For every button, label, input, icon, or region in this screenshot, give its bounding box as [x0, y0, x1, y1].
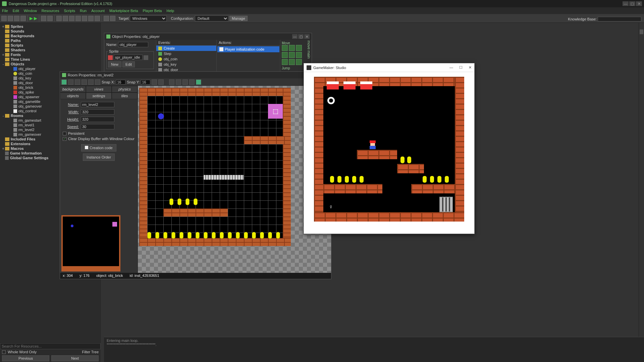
sprite-select[interactable]	[114, 55, 143, 60]
coin-instance[interactable]	[252, 232, 256, 239]
stop-icon[interactable]	[41, 16, 46, 21]
shift-left-icon[interactable]	[88, 79, 94, 85]
coin-instance[interactable]	[228, 232, 232, 239]
coin-instance[interactable]	[187, 232, 192, 239]
menu-marketplace[interactable]: Marketplace Beta	[109, 9, 138, 13]
zoom-in-icon[interactable]	[182, 79, 188, 85]
coin-instance[interactable]	[155, 232, 159, 239]
coin-instance[interactable]	[276, 232, 280, 239]
event-step[interactable]: Step	[156, 51, 216, 56]
grid-icon[interactable]	[152, 79, 157, 85]
zoom-out-icon[interactable]	[169, 79, 174, 85]
tab-views[interactable]: views	[86, 86, 112, 93]
coin-instance[interactable]	[163, 232, 167, 239]
brick-row[interactable]	[139, 238, 291, 246]
creation-code-button[interactable]: Creation code	[81, 144, 116, 152]
menu-window[interactable]: Window	[24, 9, 37, 13]
create-room-icon[interactable]	[95, 16, 100, 21]
coin-instance[interactable]	[212, 232, 216, 239]
menu-help[interactable]: Help	[166, 9, 174, 13]
coin-instance[interactable]	[177, 198, 181, 205]
tree-folder-paths[interactable]: Paths	[1, 38, 100, 43]
menu-scripts[interactable]: Scripts	[64, 9, 75, 13]
player-spawn[interactable]	[158, 113, 164, 119]
cleardisplay-checkbox[interactable]: ✓	[63, 137, 66, 141]
export-icon[interactable]	[20, 16, 26, 21]
obj-close-icon[interactable]: ✕	[304, 34, 310, 39]
tree-folder-fonts[interactable]: +Fonts	[1, 52, 100, 57]
create-background-icon[interactable]	[69, 16, 74, 21]
minimize-icon[interactable]: —	[623, 1, 629, 6]
sprite-browse-icon[interactable]	[144, 55, 148, 60]
instance-order-button[interactable]: Instance Order	[83, 154, 115, 161]
action-move-stop-icon[interactable]	[289, 52, 295, 58]
run-icon[interactable]: ▶	[30, 16, 33, 21]
room-height-input[interactable]	[81, 117, 114, 122]
coin-instance[interactable]	[171, 232, 175, 239]
brick-platform[interactable]	[244, 136, 291, 144]
clean-icon[interactable]	[47, 16, 53, 21]
tab-objects[interactable]: objects	[60, 93, 86, 99]
menu-account[interactable]: Account	[91, 9, 105, 13]
coin-instance[interactable]	[204, 232, 208, 239]
previous-button[interactable]: Previous	[2, 355, 49, 361]
tab-move[interactable]: move	[307, 41, 311, 50]
coin-instance[interactable]	[268, 232, 272, 239]
door-instance[interactable]: ⬚	[268, 104, 283, 119]
redo-icon[interactable]	[75, 79, 80, 85]
create-sprite-icon[interactable]	[56, 16, 62, 21]
run-close-icon[interactable]: ✕	[469, 65, 472, 70]
tree-item-obj_player[interactable]: obj_player	[1, 66, 100, 71]
compile-output-panel[interactable]: Entering main loop. ********************…	[104, 337, 644, 362]
action-move-ne-icon[interactable]	[296, 45, 302, 51]
new-icon[interactable]	[82, 79, 87, 85]
maximize-icon[interactable]: ▢	[629, 1, 635, 6]
confirm-icon[interactable]	[61, 79, 67, 85]
tree-folder-backgrounds[interactable]: Backgrounds	[1, 34, 100, 38]
coin-instance[interactable]	[169, 198, 173, 205]
settings-icon[interactable]	[104, 16, 109, 21]
close-icon[interactable]: ✕	[636, 1, 642, 6]
target-select[interactable]: Windows	[130, 15, 167, 21]
tab-main[interactable]: main	[307, 51, 311, 59]
zoom-reset-icon[interactable]	[176, 79, 181, 85]
obj-maximize-icon[interactable]: ▢	[298, 34, 304, 39]
obj-name-input[interactable]	[118, 42, 148, 47]
create-object-icon[interactable]	[88, 16, 94, 21]
persistent-checkbox[interactable]	[63, 132, 66, 135]
create-script-icon[interactable]	[82, 16, 87, 21]
sprite-edit-button[interactable]: Edit	[122, 61, 135, 67]
config-select[interactable]: Default	[195, 15, 228, 21]
view-icon[interactable]	[189, 79, 195, 85]
run-minimize-icon[interactable]: —	[449, 65, 453, 70]
room-editor-canvas[interactable]: ⬚	[138, 86, 331, 273]
coin-instance[interactable]	[244, 232, 248, 239]
tree-folder-scripts[interactable]: Scripts	[1, 43, 100, 48]
tab-physics[interactable]: physics	[112, 86, 138, 93]
tree-folder-shaders[interactable]: Shaders	[1, 48, 100, 52]
coin-instance[interactable]	[260, 232, 264, 239]
tree-folder-time-lines[interactable]: Time Lines	[1, 57, 100, 62]
scroll-thumb[interactable]	[640, 29, 643, 34]
create-path-icon[interactable]	[75, 16, 81, 21]
action-move-sw-icon[interactable]	[282, 59, 288, 65]
room-name-input[interactable]	[81, 102, 114, 107]
action-move-s-icon[interactable]	[289, 59, 295, 65]
tab-tiles[interactable]: tiles	[112, 93, 138, 99]
menu-resources[interactable]: Resources	[42, 9, 59, 13]
run-maximize-icon[interactable]: ☐	[459, 65, 463, 70]
manage-button[interactable]: Manage	[229, 16, 248, 21]
save-icon[interactable]	[14, 16, 19, 21]
action-move-w-icon[interactable]	[282, 52, 288, 58]
create-sound-icon[interactable]	[63, 16, 68, 21]
tree-folder-sprites[interactable]: +Sprites	[1, 24, 100, 29]
brick-col[interactable]	[283, 88, 291, 246]
brick-row[interactable]	[139, 88, 291, 96]
event-collision-coin[interactable]: obj_coin	[156, 56, 216, 62]
vertical-scrollbar[interactable]	[639, 23, 644, 337]
brick-platform[interactable]	[163, 208, 228, 217]
obj-minimize-icon[interactable]: —	[292, 34, 298, 39]
iso-icon[interactable]	[158, 79, 164, 85]
room-width-input[interactable]	[81, 109, 114, 115]
coin-instance[interactable]	[147, 232, 151, 239]
